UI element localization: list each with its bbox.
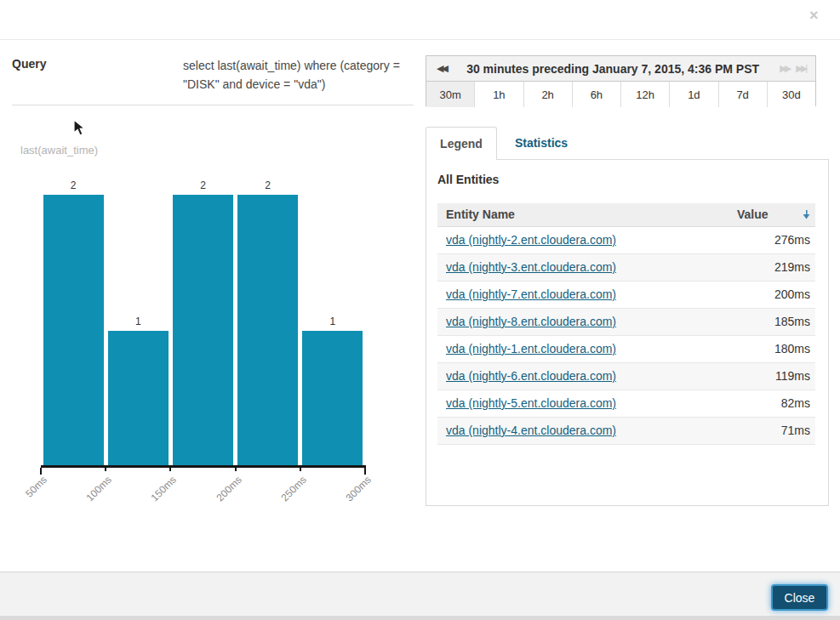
entity-link[interactable]: vda (nightly-7.ent.cloudera.com) — [446, 287, 616, 301]
time-range-button-1h[interactable]: 1h — [475, 82, 523, 107]
time-range-header: ◀◀ 30 minutes preceding January 7, 2015,… — [426, 56, 815, 82]
query-text-line2: "DISK" and device = "vda") — [183, 75, 430, 94]
entity-link[interactable]: vda (nightly-5.ent.cloudera.com) — [446, 396, 616, 410]
table-row: vda (nightly-5.ent.cloudera.com)82ms — [437, 390, 815, 418]
column-entity-name[interactable]: Entity Name — [446, 208, 515, 221]
query-label: Query — [12, 57, 46, 71]
tab-legend[interactable]: Legend — [426, 127, 497, 160]
time-range-button-2h[interactable]: 2h — [524, 82, 573, 107]
time-range-selector: ◀◀ 30 minutes preceding January 7, 2015,… — [426, 55, 816, 106]
query-text: select last(await_time) where (category … — [183, 56, 430, 94]
time-forward-icon[interactable]: ▶▶ — [776, 63, 792, 74]
entity-value: 185ms — [774, 315, 810, 328]
entity-link[interactable]: vda (nightly-4.ent.cloudera.com) — [446, 424, 616, 437]
sort-descending-icon[interactable] — [803, 210, 810, 219]
bar-value-label: 2 — [43, 179, 104, 191]
chart-title: last(await_time) — [20, 144, 98, 156]
time-range-button-6h[interactable]: 6h — [573, 82, 621, 107]
x-axis-tick-label: 200ms — [193, 474, 243, 524]
histogram-bar[interactable] — [43, 195, 104, 467]
entity-table-body: vda (nightly-2.ent.cloudera.com)276msvda… — [437, 227, 815, 445]
histogram-bar[interactable] — [108, 331, 169, 467]
table-row: vda (nightly-1.ent.cloudera.com)180ms — [437, 336, 815, 363]
histogram-bar[interactable] — [302, 331, 363, 467]
table-row: vda (nightly-6.ent.cloudera.com)119ms — [437, 363, 815, 390]
table-row: vda (nightly-3.ent.cloudera.com)219ms — [437, 254, 815, 282]
time-range-title: 30 minutes preceding January 7, 2015, 4:… — [449, 62, 776, 76]
x-axis-tick-label: 300ms — [323, 474, 374, 524]
bar-value-label: 1 — [108, 316, 169, 327]
bar-value-label: 2 — [173, 179, 233, 191]
x-axis-tick-label: 250ms — [258, 474, 308, 524]
entity-link[interactable]: vda (nightly-1.ent.cloudera.com) — [446, 342, 616, 356]
table-row: vda (nightly-7.ent.cloudera.com)200ms — [437, 282, 815, 309]
entity-value: 82ms — [781, 396, 810, 410]
all-entities-heading: All Entities — [437, 173, 499, 186]
entity-value: 276ms — [774, 233, 810, 247]
close-button[interactable]: Close — [771, 584, 828, 611]
time-range-button-30m[interactable]: 30m — [426, 82, 475, 107]
table-row: vda (nightly-8.ent.cloudera.com)185ms — [437, 309, 815, 336]
entity-value: 71ms — [781, 424, 810, 437]
x-axis-tick-label: 100ms — [64, 474, 114, 524]
query-text-line1: select last(await_time) where (category … — [183, 56, 430, 75]
tab-statistics[interactable]: Statistics — [497, 127, 586, 160]
modal-footer — [0, 572, 840, 620]
bar-value-label: 1 — [302, 316, 363, 327]
x-axis-tick-label: 150ms — [129, 474, 179, 524]
time-back-icon[interactable]: ◀◀ — [433, 63, 449, 74]
column-value[interactable]: Value — [737, 208, 769, 221]
time-range-button-30d[interactable]: 30d — [768, 82, 815, 107]
histogram-bar[interactable] — [173, 195, 233, 467]
entity-link[interactable]: vda (nightly-3.ent.cloudera.com) — [446, 260, 616, 274]
x-axis-tick — [300, 468, 301, 471]
close-icon[interactable]: × — [809, 7, 819, 25]
mouse-cursor-icon — [73, 119, 86, 137]
x-axis-tick-label: 50ms — [0, 474, 49, 524]
table-row: vda (nightly-2.ent.cloudera.com)276ms — [437, 227, 815, 254]
entity-link[interactable]: vda (nightly-2.ent.cloudera.com) — [446, 233, 616, 247]
x-axis-line — [41, 465, 366, 468]
entity-table-header: Entity Name Value — [437, 203, 815, 227]
entity-table: Entity Name Value vda (nightly-2.ent.clo… — [437, 203, 815, 445]
time-range-button-1d[interactable]: 1d — [670, 82, 718, 107]
entity-link[interactable]: vda (nightly-6.ent.cloudera.com) — [446, 369, 616, 383]
entity-value: 200ms — [774, 287, 810, 301]
header-divider — [0, 39, 840, 40]
time-range-button-7d[interactable]: 7d — [719, 82, 768, 107]
entity-value: 119ms — [775, 369, 810, 383]
modal-bottom-edge — [0, 616, 840, 620]
x-axis-tick — [169, 468, 171, 471]
entity-value: 219ms — [774, 260, 810, 274]
time-range-buttons: 30m1h2h6h12h1d7d30d — [426, 82, 815, 107]
query-divider — [12, 105, 414, 105]
entity-link[interactable]: vda (nightly-8.ent.cloudera.com) — [446, 315, 616, 328]
entity-value: 180ms — [774, 342, 810, 356]
x-axis-tick — [235, 468, 237, 471]
time-range-button-12h[interactable]: 12h — [621, 82, 670, 107]
histogram-bar[interactable] — [237, 195, 298, 467]
bar-value-label: 2 — [237, 179, 298, 191]
x-axis-tick — [105, 468, 106, 471]
chart-detail-modal: × Query select last(await_time) where (c… — [0, 0, 840, 620]
table-row: vda (nightly-4.ent.cloudera.com)71ms — [437, 418, 815, 445]
time-latest-icon[interactable]: ▶▶| — [792, 63, 809, 74]
